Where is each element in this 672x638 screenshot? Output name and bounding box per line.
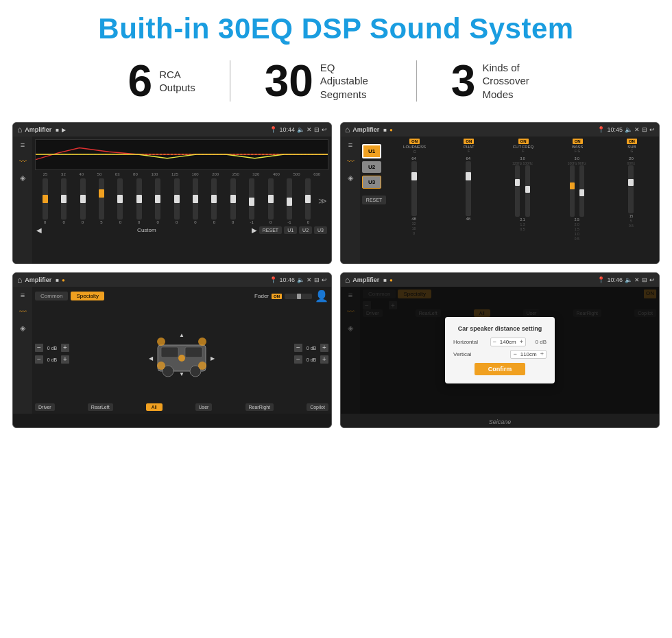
minimize-icon-1[interactable]: ⊟ xyxy=(314,126,320,133)
speaker-icon-2: 🔈 xyxy=(625,126,632,133)
dialog-horizontal-row: Horizontal − 140cm + 0 dB xyxy=(453,338,547,346)
svg-point-9 xyxy=(157,362,165,370)
sliders-icon-3[interactable]: ≡ xyxy=(21,291,25,299)
screen3-content: ≡ 〰 ◈ Common Specialty Fader ON 👤 xyxy=(13,287,331,414)
back-icon-2[interactable]: ↩ xyxy=(649,126,655,133)
wave-icon-2[interactable]: 〰 xyxy=(347,157,355,165)
speaker-icon-sidebar-2[interactable]: ◈ xyxy=(348,174,353,182)
sliders-icon-2[interactable]: ≡ xyxy=(348,141,352,149)
eq-slider-8[interactable]: 0 xyxy=(187,178,204,224)
home-icon-2[interactable]: ⌂ xyxy=(345,125,350,134)
status-icons-1: 📍 10:44 🔈 ✕ ⊟ ↩ xyxy=(269,126,327,133)
plus-br[interactable]: + xyxy=(320,355,328,364)
wave-icon-3[interactable]: 〰 xyxy=(19,307,27,316)
eq-slider-4[interactable]: 0 xyxy=(112,178,129,224)
minus-br[interactable]: − xyxy=(294,355,302,364)
confirm-button[interactable]: Confirm xyxy=(475,363,526,375)
plus-bl[interactable]: + xyxy=(61,355,69,364)
close-icon-4[interactable]: ✕ xyxy=(634,276,640,283)
rearright-button[interactable]: RearRight xyxy=(245,403,274,411)
minimize-icon-4[interactable]: ⊟ xyxy=(642,276,647,283)
play-icon[interactable]: ▶ xyxy=(62,127,66,133)
home-icon-3[interactable]: ⌂ xyxy=(17,275,22,285)
screen-eq: ⌂ Amplifier ■ ▶ 📍 10:44 🔈 ✕ ⊟ ↩ ≡ 〰 ◈ xyxy=(12,122,332,264)
eq-slider-1[interactable]: 0 xyxy=(55,178,72,224)
eq-slider-11[interactable]: -1 xyxy=(243,178,260,224)
vertical-minus-button[interactable]: − xyxy=(513,351,516,357)
screen-crossover: ⌂ Amplifier ■ ● 📍 10:45 🔈 ✕ ⊟ ↩ ≡ 〰 ◈ xyxy=(340,122,660,264)
back-icon-1[interactable]: ↩ xyxy=(322,126,327,133)
screen1-sidebar: ≡ 〰 ◈ xyxy=(13,137,32,263)
close-icon-2[interactable]: ✕ xyxy=(634,126,640,133)
vol-control-tl[interactable]: − 0 dB + xyxy=(35,344,69,352)
eq-slider-0[interactable]: 0 xyxy=(36,178,53,224)
minimize-icon-3[interactable]: ⊟ xyxy=(314,276,320,283)
eq-u2-button[interactable]: U2 xyxy=(299,226,312,234)
eq-u1-button[interactable]: U1 xyxy=(284,226,297,234)
minus-tr[interactable]: − xyxy=(294,344,302,352)
close-icon-1[interactable]: ✕ xyxy=(307,126,312,133)
sp-tab-common[interactable]: Common xyxy=(35,292,68,300)
speaker-icon-sidebar-1[interactable]: ◈ xyxy=(20,174,25,182)
stat-label-rca: RCA Outputs xyxy=(159,68,195,95)
svg-point-7 xyxy=(157,338,165,346)
eq-reset-button[interactable]: RESET xyxy=(259,226,282,234)
all-button[interactable]: All xyxy=(146,403,163,411)
eq-slider-2[interactable]: 0 xyxy=(74,178,91,224)
eq-slider-9[interactable]: 0 xyxy=(206,178,223,224)
record-icon-4: ■ xyxy=(383,277,387,283)
location-icon: 📍 xyxy=(269,126,277,133)
driver-button[interactable]: Driver xyxy=(35,403,55,411)
home-icon-4[interactable]: ⌂ xyxy=(345,275,350,285)
vol-control-bl[interactable]: − 0 dB + xyxy=(35,355,69,364)
horizontal-minus-button[interactable]: − xyxy=(493,339,496,345)
eq-panel: 2532405063 80100125160200 25032040050063… xyxy=(32,137,331,263)
eq-bottom-bar: ◀ Custom ▶ RESET U1 U2 U3 xyxy=(35,226,328,234)
eq-slider-7[interactable]: 0 xyxy=(168,178,185,224)
home-icon[interactable]: ⌂ xyxy=(17,125,22,134)
sp-tab-specialty[interactable]: Specialty xyxy=(71,292,104,300)
eq-slider-6[interactable]: 0 xyxy=(149,178,166,224)
eq-u3-button[interactable]: U3 xyxy=(314,226,327,234)
vertical-value: 110cm xyxy=(519,351,538,357)
cx-u3-button[interactable]: U3 xyxy=(362,176,381,189)
eq-slider-14[interactable]: 0 xyxy=(300,178,317,224)
time-2: 10:45 xyxy=(607,126,623,133)
cx-reset-button[interactable]: RESET xyxy=(362,196,386,204)
cx-sub-on: ON xyxy=(627,139,637,144)
wave-icon-1[interactable]: 〰 xyxy=(19,157,27,165)
minus-bl[interactable]: − xyxy=(35,355,43,364)
close-icon-3[interactable]: ✕ xyxy=(307,276,312,283)
vol-control-br[interactable]: − 0 dB + xyxy=(294,355,328,364)
eq-slider-10[interactable]: 0 xyxy=(224,178,241,224)
db-val-br: 0 dB xyxy=(304,357,319,362)
eq-prev-button[interactable]: ◀ xyxy=(36,226,42,234)
svg-point-10 xyxy=(198,362,206,370)
plus-tr[interactable]: + xyxy=(320,344,328,352)
expand-icon-eq[interactable]: ≫ xyxy=(318,196,327,206)
fader-slider[interactable] xyxy=(285,294,312,299)
cx-u2-button[interactable]: U2 xyxy=(362,161,381,173)
eq-slider-12[interactable]: 0 xyxy=(262,178,279,224)
stat-number-eq: 30 xyxy=(265,59,313,103)
screen4-title: Amplifier xyxy=(352,276,379,283)
minimize-icon-2[interactable]: ⊟ xyxy=(642,126,647,133)
sliders-icon-1[interactable]: ≡ xyxy=(21,141,25,149)
vertical-plus-button[interactable]: + xyxy=(540,351,544,357)
back-icon-3[interactable]: ↩ xyxy=(322,276,327,283)
back-icon-4[interactable]: ↩ xyxy=(649,276,655,283)
user-button[interactable]: User xyxy=(195,403,213,411)
svg-rect-4 xyxy=(185,347,202,357)
copilot-button[interactable]: Copilot xyxy=(307,403,328,411)
horizontal-plus-button[interactable]: + xyxy=(520,339,523,345)
cx-u1-button[interactable]: U1 xyxy=(362,144,381,158)
eq-slider-5[interactable]: 0 xyxy=(130,178,147,224)
minus-tl[interactable]: − xyxy=(35,344,43,352)
eq-slider-3[interactable]: 5 xyxy=(93,178,110,224)
eq-slider-13[interactable]: -1 xyxy=(280,178,298,224)
speaker-icon-sidebar-3[interactable]: ◈ xyxy=(20,324,25,333)
rearleft-button[interactable]: RearLeft xyxy=(88,403,113,411)
plus-tl[interactable]: + xyxy=(61,344,69,352)
eq-next-button[interactable]: ▶ xyxy=(252,226,257,234)
vol-control-tr[interactable]: − 0 dB + xyxy=(294,344,328,352)
